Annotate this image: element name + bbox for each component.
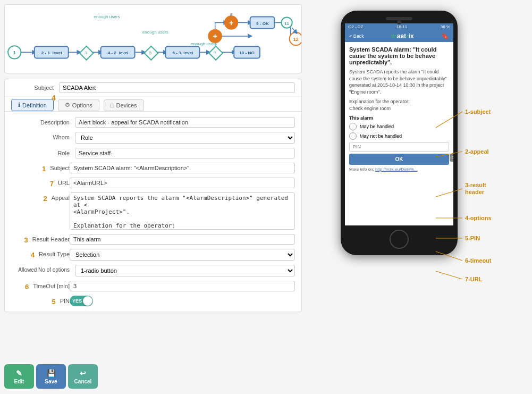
phone-explanation: Explanation for the operator: Check engi… (349, 98, 449, 112)
phone-ok-button[interactable]: OK (349, 154, 449, 165)
phone-bookmark-icon[interactable]: 🔖 (441, 32, 449, 40)
result-type-label-container: 4 Result Type (11, 249, 70, 259)
tab-devices[interactable]: □ Devices (104, 99, 144, 111)
pin-toggle[interactable]: YES (70, 296, 93, 306)
phone-content: System SCADA alarm: "It could cause the … (345, 42, 453, 176)
url-input[interactable] (70, 178, 295, 188)
svg-text:2 - 1. level: 2 - 1. level (41, 51, 62, 55)
svg-line-41 (292, 28, 296, 32)
phone-back-button[interactable]: < Back (349, 33, 364, 39)
tab-definition[interactable]: ℹ Definition (11, 99, 54, 111)
svg-text:12: 12 (293, 37, 299, 42)
phone-title: System SCADA alarm: "It could cause the … (349, 46, 449, 65)
result-header-input[interactable] (70, 234, 295, 245)
allowed-options-select[interactable]: 1-radio button 2-radio buttons Multiple (75, 265, 295, 276)
role-input[interactable] (75, 148, 295, 158)
phone-option-1: May be handled (349, 123, 449, 130)
result-type-row: 4 Result Type Selection Free text Number (5, 247, 301, 263)
radio-1[interactable] (349, 123, 357, 130)
tab-number: 4 (52, 94, 56, 102)
cancel-label: Cancel (74, 379, 92, 384)
devices-icon: □ (111, 102, 114, 108)
save-button[interactable]: 💾 Save (36, 364, 66, 389)
phone-screen: O2 - CZ 18:11 36 % < Back maatrix 🔖 Syst… (345, 23, 453, 225)
description-input[interactable] (75, 117, 295, 128)
cancel-button[interactable]: ↩ Cancel (68, 364, 98, 389)
subject-input[interactable] (70, 163, 295, 173)
svg-text:11: 11 (284, 21, 290, 26)
more-info-prefix: More info on: (349, 167, 375, 172)
appeal-num: 2 (40, 195, 47, 203)
description-row: Description (5, 115, 301, 130)
phone-outer: O2 - CZ 18:11 36 % < Back maatrix 🔖 Syst… (341, 11, 458, 255)
svg-text:4-options: 4-options (465, 215, 492, 221)
cancel-icon: ↩ (80, 369, 86, 378)
svg-text:enough users: enough users (94, 14, 120, 19)
edit-icon: ✎ (16, 369, 22, 378)
allowed-options-row: Allowed No of options 1-radio button 2-r… (5, 263, 301, 279)
save-icon: 💾 (47, 369, 56, 378)
main-container: enough users enough users enough users 1… (0, 0, 532, 394)
svg-text:3: 3 (85, 51, 87, 55)
allowed-options-label: Allowed No of options (11, 265, 70, 273)
explanation-value: Check engine room (349, 106, 391, 111)
name-input[interactable] (59, 82, 295, 93)
role-row: Role (5, 146, 301, 161)
svg-text:+: + (213, 32, 217, 40)
svg-text:7: 7 (214, 51, 216, 55)
tab-definition-label: Definition (22, 102, 47, 108)
edit-button[interactable]: ✎ Edit (4, 364, 34, 389)
result-type-num: 4 (27, 251, 35, 259)
result-header-label-container: 3 Result Header (11, 234, 70, 244)
subject-label: Subject (50, 165, 70, 171)
svg-text:6-timeout: 6-timeout (465, 257, 492, 264)
phone-nav-bar: < Back maatrix 🔖 (345, 30, 453, 42)
option-1-label: May be handled (360, 124, 394, 129)
appeal-label: Appeal (52, 195, 70, 201)
svg-text:3-result: 3-result (465, 182, 486, 188)
pin-label: PIN (60, 298, 70, 304)
description-label: Description (11, 117, 70, 125)
appeal-textarea[interactable]: System SCADA reports the alarm "<AlarmDe… (70, 192, 295, 230)
result-header-label: Result Header (32, 236, 70, 242)
url-num: 7 (46, 180, 54, 188)
phone-home-button[interactable] (390, 230, 409, 249)
phone-pin-input[interactable] (349, 142, 449, 152)
whom-select[interactable]: Role (75, 132, 295, 144)
phone-carrier: O2 - CZ (348, 24, 363, 29)
ok-button-container: OK 51 (349, 154, 449, 165)
url-row: 7 URL (5, 175, 301, 190)
svg-text:5-PIN: 5-PIN (465, 235, 480, 241)
svg-text:7-URL: 7-URL (465, 276, 483, 282)
svg-text:+: + (229, 19, 233, 27)
svg-text:5: 5 (149, 51, 152, 55)
name-label: Subject (11, 85, 54, 91)
explanation-label: Explanation for the operator: (349, 99, 410, 104)
svg-text:header: header (465, 189, 485, 195)
url-label-container: 7 URL (11, 178, 70, 188)
tab-devices-label: Devices (116, 102, 137, 108)
options-icon: ⚙ (65, 102, 70, 108)
result-type-select[interactable]: Selection Free text Number (70, 249, 295, 261)
phone-link[interactable]: http://m3x.eu/De8r%... (375, 167, 418, 172)
timeout-label-container: 6 TimeOut [min] (11, 281, 70, 291)
svg-text:6 - 3. level: 6 - 3. level (172, 51, 193, 55)
action-buttons: ✎ Edit 💾 Save ↩ Cancel (4, 364, 98, 389)
tab-options-label: Options (72, 102, 92, 108)
save-label: Save (45, 379, 57, 384)
name-row: Subject (5, 79, 301, 97)
timeout-label: TimeOut [min] (33, 283, 70, 289)
phone-option-2: May not be handled (349, 132, 449, 140)
radio-2[interactable] (349, 132, 357, 140)
phone-logo-m: m (391, 32, 397, 40)
tab-options[interactable]: ⚙ Options (58, 99, 99, 111)
timeout-input[interactable] (70, 281, 295, 291)
toggle-knob (83, 296, 92, 306)
phone-time: 18:11 (396, 24, 407, 29)
svg-text:4 - 2. level: 4 - 2. level (108, 51, 129, 55)
result-header-row: 3 Result Header (5, 232, 301, 247)
timeout-num: 6 (21, 283, 29, 291)
svg-text:enough users: enough users (142, 30, 168, 35)
phone-logo: maatrix (367, 32, 438, 40)
toggle-yes-label: YES (70, 298, 82, 304)
